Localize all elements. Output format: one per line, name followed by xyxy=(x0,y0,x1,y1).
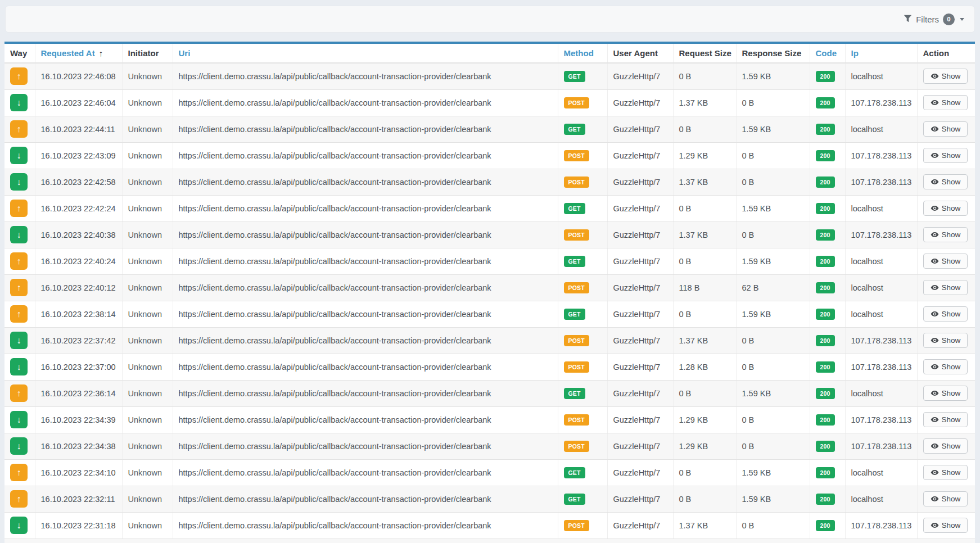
status-code-badge: 200 xyxy=(816,256,835,267)
cell-user-agent: GuzzleHttp/7 xyxy=(607,195,673,221)
table-row: ↓16.10.2023 22:37:00Unknownhttps://clien… xyxy=(4,354,975,380)
cell-way: ↑ xyxy=(4,63,35,89)
cell-way: ↓ xyxy=(4,89,35,116)
cell-code: 200 xyxy=(810,89,845,116)
cell-user-agent: GuzzleHttp/7 xyxy=(607,354,673,380)
cell-user-agent: GuzzleHttp/7 xyxy=(607,433,673,459)
status-code-badge: 200 xyxy=(816,97,835,108)
cell-method: POST xyxy=(558,406,607,433)
show-button[interactable]: Show xyxy=(923,95,968,110)
show-button[interactable]: Show xyxy=(923,438,968,454)
status-code-badge: 200 xyxy=(816,71,835,82)
show-button-label: Show xyxy=(942,363,961,371)
filters-button[interactable]: Filters 0 xyxy=(904,13,964,25)
show-button[interactable]: Show xyxy=(923,359,968,374)
method-badge: GET xyxy=(564,309,585,320)
show-button-label: Show xyxy=(942,178,961,186)
table-row: ↑16.10.2023 22:40:12Unknownhttps://clien… xyxy=(4,274,975,301)
eye-icon xyxy=(931,417,939,423)
cell-response-size: 0 B xyxy=(736,327,810,354)
col-header-requested-at[interactable]: Requested At↑ xyxy=(35,44,122,63)
cell-uri: https://client.demo.crassu.la/api/public… xyxy=(173,301,558,327)
arrow-down-icon: ↓ xyxy=(10,332,28,349)
show-button[interactable]: Show xyxy=(923,333,968,348)
show-button[interactable]: Show xyxy=(923,227,968,242)
cell-requested-at: 16.10.2023 22:34:10 xyxy=(35,459,122,486)
show-button[interactable]: Show xyxy=(923,280,968,295)
show-button[interactable]: Show xyxy=(923,518,968,533)
cell-ip: localhost xyxy=(845,380,917,406)
cell-uri: https://client.demo.crassu.la/api/public… xyxy=(173,195,558,221)
show-button[interactable]: Show xyxy=(923,412,968,427)
eye-icon xyxy=(931,390,939,396)
col-header-initiator: Initiator xyxy=(122,44,173,63)
method-badge: POST xyxy=(564,441,589,452)
status-code-badge: 200 xyxy=(816,494,835,505)
show-button[interactable]: Show xyxy=(923,254,968,269)
cell-code: 200 xyxy=(810,354,845,380)
table-row: ↑16.10.2023 22:44:11Unknownhttps://clien… xyxy=(4,116,975,142)
request-log-table: WayRequested At↑InitiatorUriMethodUser A… xyxy=(4,44,975,539)
show-button[interactable]: Show xyxy=(923,174,968,189)
show-button[interactable]: Show xyxy=(923,121,968,137)
cell-requested-at: 16.10.2023 22:44:11 xyxy=(35,116,122,142)
method-badge: GET xyxy=(564,256,585,267)
cell-uri: https://client.demo.crassu.la/api/public… xyxy=(173,380,558,406)
show-button[interactable]: Show xyxy=(923,201,968,216)
cell-way: ↑ xyxy=(4,248,35,274)
show-button[interactable]: Show xyxy=(923,491,968,506)
cell-ip: 107.178.238.113 xyxy=(845,89,917,116)
table-row: ↓16.10.2023 22:34:39Unknownhttps://clien… xyxy=(4,406,975,433)
cell-way: ↓ xyxy=(4,142,35,169)
show-button-label: Show xyxy=(942,257,961,265)
show-button[interactable]: Show xyxy=(923,69,968,84)
cell-uri: https://client.demo.crassu.la/api/public… xyxy=(173,459,558,486)
cell-way: ↑ xyxy=(4,274,35,301)
cell-way: ↓ xyxy=(4,512,35,539)
cell-method: GET xyxy=(558,248,607,274)
cell-action: Show xyxy=(917,459,975,486)
method-badge: GET xyxy=(564,124,585,135)
show-button[interactable]: Show xyxy=(923,386,968,401)
col-header-ip[interactable]: Ip xyxy=(845,44,917,63)
cell-method: POST xyxy=(558,169,607,195)
filters-label: Filters xyxy=(916,15,939,24)
cell-response-size: 1.59 KB xyxy=(736,195,810,221)
table-row: ↑16.10.2023 22:38:14Unknownhttps://clien… xyxy=(4,301,975,327)
cell-code: 200 xyxy=(810,486,845,512)
cell-code: 200 xyxy=(810,221,845,248)
cell-method: GET xyxy=(558,301,607,327)
show-button[interactable]: Show xyxy=(923,306,968,322)
eye-icon xyxy=(931,99,939,106)
cell-code: 200 xyxy=(810,116,845,142)
table-row: ↓16.10.2023 22:42:58Unknownhttps://clien… xyxy=(4,169,975,195)
table-row: ↑16.10.2023 22:46:08Unknownhttps://clien… xyxy=(4,63,975,89)
eye-icon xyxy=(931,522,939,528)
cell-response-size: 0 B xyxy=(736,512,810,539)
arrow-up-icon: ↑ xyxy=(10,200,28,217)
col-header-response-size: Response Size xyxy=(736,44,810,63)
show-button-label: Show xyxy=(942,230,961,239)
cell-response-size: 1.59 KB xyxy=(736,301,810,327)
show-button-label: Show xyxy=(942,468,961,477)
col-header-uri[interactable]: Uri xyxy=(173,44,558,63)
cell-ip: localhost xyxy=(845,116,917,142)
show-button[interactable]: Show xyxy=(923,148,968,163)
show-button-label: Show xyxy=(942,204,961,212)
method-badge: GET xyxy=(564,467,585,478)
cell-request-size: 118 B xyxy=(673,274,736,301)
arrow-up-icon: ↑ xyxy=(10,252,28,270)
cell-way: ↑ xyxy=(4,486,35,512)
cell-response-size: 0 B xyxy=(736,406,810,433)
col-header-code[interactable]: Code xyxy=(810,44,845,63)
cell-initiator: Unknown xyxy=(122,63,173,89)
method-badge: POST xyxy=(564,177,589,188)
cell-way: ↓ xyxy=(4,354,35,380)
cell-user-agent: GuzzleHttp/7 xyxy=(607,169,673,195)
cell-uri: https://client.demo.crassu.la/api/public… xyxy=(173,248,558,274)
cell-code: 200 xyxy=(810,459,845,486)
col-header-method[interactable]: Method xyxy=(558,44,607,63)
show-button[interactable]: Show xyxy=(923,465,968,480)
cell-action: Show xyxy=(917,327,975,354)
cell-request-size: 0 B xyxy=(673,459,736,486)
